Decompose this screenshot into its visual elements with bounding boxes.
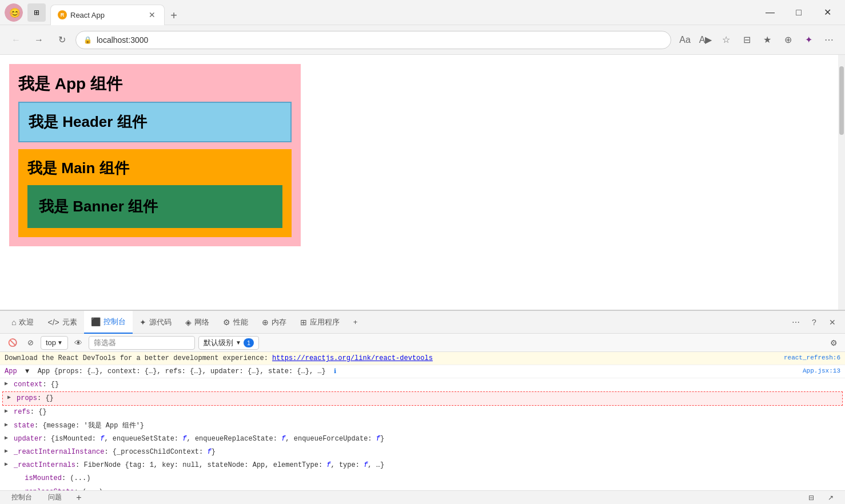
tree-is-mounted: isMounted: (...) [0, 472, 845, 485]
devtools-tab-memory-label: 内存 [272, 317, 286, 327]
expand-state-icon: ▶ [5, 421, 8, 430]
context-selector[interactable]: top ▼ [41, 336, 68, 350]
devtools-more-button[interactable]: ⋯ [788, 314, 804, 330]
app-line1-source: App.jsx:13 [803, 367, 840, 374]
edge-copilot-button[interactable]: ✦ [799, 31, 818, 49]
eye-button[interactable]: 👁 [71, 336, 85, 350]
console-status-button[interactable]: 控制台 [7, 492, 37, 503]
devtools-tab-network[interactable]: ◈ 网络 [178, 311, 216, 334]
forward-button[interactable]: → [30, 31, 48, 49]
main-component: 我是 Main 组件 我是 Banner 组件 [18, 149, 292, 237]
tab-strip: R React App ✕ + [46, 0, 757, 25]
devtools-help-button[interactable]: ? [806, 314, 822, 330]
devtools-tab-elements[interactable]: </> 元素 [41, 311, 83, 334]
clear-console-button[interactable]: 🚫 [5, 336, 21, 350]
devtools-tab-more[interactable]: + [346, 311, 365, 334]
devtools-tab-elements-label: 元素 [62, 317, 77, 327]
devtools-tab-application-label: 应用程序 [310, 317, 340, 327]
new-tab-button[interactable]: + [165, 7, 183, 25]
header-component-title: 我是 Header 组件 [29, 112, 281, 132]
window-controls: — □ ✕ [757, 0, 840, 25]
expand-updater-icon: ▶ [5, 434, 8, 443]
devtools-tab-welcome[interactable]: ⌂ 欢迎 [5, 311, 41, 334]
add-favorites-button[interactable]: ★ [758, 31, 776, 49]
devtools-tab-performance-label: 性能 [233, 317, 248, 327]
devtools-tab-welcome-label: 欢迎 [19, 317, 34, 327]
title-bar: 😊 ⊞ R React App ✕ + — □ ✕ [0, 0, 845, 25]
context-label: top [46, 338, 56, 347]
devtools-tab-bar: ⌂ 欢迎 </> 元素 ⬛ 控制台 ✦ 源代码 ◈ 网络 ⚙ 性能 [0, 311, 845, 334]
tab-close-button[interactable]: ✕ [147, 10, 157, 20]
svg-text:😊: 😊 [9, 7, 21, 18]
devtools-tab-memory[interactable]: ⊕ 内存 [255, 311, 293, 334]
console-settings-button[interactable]: ⚙ [827, 336, 840, 350]
level-dropdown-icon: ▼ [236, 339, 241, 346]
network-icon: ◈ [185, 318, 192, 327]
tree-refs: ▶ refs: {} [0, 406, 845, 419]
tree-react-internals: ▶ _reactInternals: FiberNode {tag: 1, ke… [0, 459, 845, 472]
collections-button[interactable]: ⊕ [779, 31, 797, 49]
tab-title: React App [70, 11, 105, 19]
issues-status-button[interactable]: 问题 [43, 492, 66, 503]
devtools-close-button[interactable]: ✕ [824, 314, 840, 330]
dock-button[interactable]: ⊟ [804, 492, 819, 503]
console-app-line1-text: App ▼ App {props: {…}, context: {…}, ref… [5, 367, 798, 375]
tree-props-highlighted: ▶ props: {} [2, 391, 843, 406]
close-button[interactable]: ✕ [814, 0, 840, 25]
status-right-icons: ⊟ ↗ [804, 492, 838, 503]
react-app-page: 我是 App 组件 我是 Header 组件 我是 Main 组件 我是 Ban… [0, 55, 845, 255]
split-screen-button[interactable]: ⊟ [738, 31, 756, 49]
expand-refs-icon: ▶ [5, 407, 8, 416]
console-app-line1: App ▼ App {props: {…}, context: {…}, ref… [0, 365, 845, 378]
console-warning-message: Download the React DevTools for a better… [0, 352, 845, 365]
address-bar-actions: Aa A▶ ☆ ⊟ ★ ⊕ ✦ ⋯ [676, 31, 838, 49]
console-toolbar: 🚫 ⊘ top ▼ 👁 默认级别 ▼ 1 ⚙ [0, 334, 845, 352]
url-text: localhost:3000 [97, 35, 664, 45]
back-button[interactable]: ← [7, 31, 25, 49]
tree-replace-state: replaceState: (...) [0, 486, 845, 491]
tree-updater: ▶ updater: {isMounted: f, enqueueSetStat… [0, 433, 845, 446]
more-options-button[interactable]: ⋯ [820, 31, 838, 49]
devtools-tab-console-label: 控制台 [103, 317, 126, 327]
warning-source: react_refresh:6 [784, 354, 840, 361]
devtools-status-bar: 控制台 问题 + ⊟ ↗ [0, 490, 845, 504]
devtools-tab-actions: ⋯ ? ✕ [788, 314, 840, 330]
devtools-tab-performance[interactable]: ⚙ 性能 [216, 311, 255, 334]
performance-icon: ⚙ [223, 318, 230, 327]
main-component-title: 我是 Main 组件 [27, 158, 282, 178]
more-tabs-icon: + [353, 318, 358, 326]
tab-manager-icon[interactable]: ⊞ [27, 3, 46, 22]
page-scrollbar[interactable] [838, 55, 845, 310]
browser-window: 😊 ⊞ R React App ✕ + — □ ✕ ← → ↻ 🔒 localh… [0, 0, 845, 504]
active-tab[interactable]: R React App ✕ [50, 5, 165, 25]
title-bar-left: 😊 ⊞ [5, 3, 46, 22]
scrollbar-thumb [839, 66, 844, 135]
console-filter-input[interactable] [89, 336, 195, 350]
devtools-tab-sources[interactable]: ✦ 源代码 [133, 311, 178, 334]
tree-context: ▶ context: {} [0, 378, 845, 391]
maximize-button[interactable]: □ [786, 0, 812, 25]
devtools-tab-console[interactable]: ⬛ 控制台 [84, 311, 133, 334]
address-bar: ← → ↻ 🔒 localhost:3000 Aa A▶ ☆ ⊟ ★ ⊕ ✦ ⋯ [0, 25, 845, 55]
devtools-panel: ⌂ 欢迎 </> 元素 ⬛ 控制台 ✦ 源代码 ◈ 网络 ⚙ 性能 [0, 310, 845, 504]
add-panel-button[interactable]: + [73, 492, 85, 503]
favorites-button[interactable]: ☆ [717, 31, 735, 49]
url-bar[interactable]: 🔒 localhost:3000 [75, 31, 671, 49]
devtools-tab-application[interactable]: ⊞ 应用程序 [293, 311, 346, 334]
undock-button[interactable]: ↗ [823, 492, 838, 503]
react-devtools-link[interactable]: https://reactjs.org/link/react-devtools [272, 354, 433, 362]
refresh-button[interactable]: ↻ [53, 31, 71, 49]
expand-context-icon: ▶ [5, 379, 8, 389]
minimize-button[interactable]: — [757, 0, 783, 25]
expand-internal-instance-icon: ▶ [5, 447, 8, 456]
app-component-title: 我是 App 组件 [18, 73, 292, 95]
default-level-label: 默认级别 [204, 338, 233, 348]
elements-icon: </> [47, 318, 59, 327]
console-icon: ⬛ [91, 317, 101, 326]
preserve-log-button[interactable]: ⊘ [24, 336, 37, 350]
read-aloud-button[interactable]: A▶ [696, 31, 715, 49]
tree-state: ▶ state: {message: '我是 App 组件'} [0, 419, 845, 433]
read-mode-button[interactable]: Aa [676, 31, 694, 49]
console-warning-text: Download the React DevTools for a better… [5, 354, 779, 362]
default-level-selector[interactable]: 默认级别 ▼ 1 [198, 336, 259, 350]
